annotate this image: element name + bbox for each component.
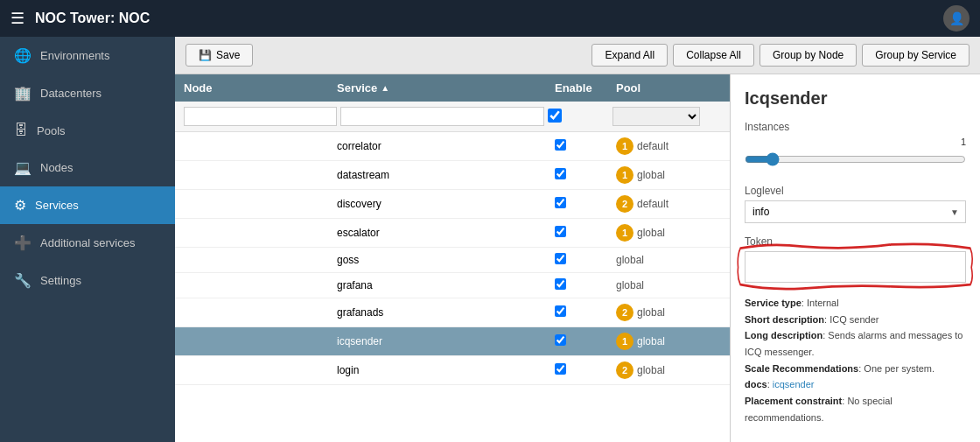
menu-icon[interactable]: ☰ (10, 9, 24, 28)
sort-icon: ▲ (381, 83, 389, 93)
settings-icon: 🔧 (14, 272, 32, 289)
loglevel-select[interactable]: debug info warning error critical (745, 200, 966, 223)
row-pool: global (637, 335, 665, 347)
col-enable: Enable (555, 81, 616, 95)
row-enable-checkbox[interactable] (555, 253, 566, 264)
row-pool: default (637, 198, 668, 210)
table-row[interactable]: datastream 1global (175, 161, 730, 190)
loglevel-group: Loglevel debug info warning error critic… (745, 185, 966, 223)
row-pool: global (637, 364, 665, 376)
services-icon: ⚙ (14, 197, 26, 214)
sidebar-label-settings: Settings (40, 274, 81, 287)
row-service: discovery (337, 198, 555, 210)
table-row[interactable]: grafana global (175, 273, 730, 298)
scale-label: Scale Recommendations (745, 363, 858, 374)
docs-link[interactable]: icqsender (773, 379, 815, 389)
row-enable-checkbox[interactable] (555, 278, 566, 290)
row-enable-checkbox[interactable] (555, 363, 566, 375)
loglevel-label: Loglevel (745, 185, 966, 197)
row-enable-checkbox[interactable] (555, 139, 566, 151)
save-button[interactable]: 💾 Save (186, 44, 253, 67)
toolbar: 💾 Save Expand All Collapse All Group by … (175, 37, 980, 74)
sidebar-label-environments: Environments (40, 49, 109, 62)
expand-all-button[interactable]: Expand All (592, 44, 668, 67)
badge: 2 (616, 361, 634, 379)
token-input[interactable] (745, 251, 966, 283)
sidebar-item-datacenters[interactable]: 🏢 Datacenters (0, 74, 175, 112)
row-pool: global (637, 227, 665, 239)
pools-icon: 🗄 (14, 123, 28, 138)
nodes-icon: 💻 (14, 159, 32, 176)
table-row-icqsender[interactable]: icqsender 1global (175, 327, 730, 356)
sidebar: 🌐 Environments 🏢 Datacenters 🗄 Pools 💻 N… (0, 37, 175, 442)
sidebar-item-pools[interactable]: 🗄 Pools (0, 112, 175, 149)
save-icon: 💾 (199, 49, 212, 61)
row-enable-checkbox[interactable] (555, 197, 566, 208)
collapse-all-button[interactable]: Collapse All (673, 44, 754, 67)
row-enable-checkbox[interactable] (555, 334, 566, 346)
row-pool: global (637, 306, 665, 319)
short-desc-value: ICQ sender (830, 314, 878, 325)
service-filter-input[interactable] (340, 107, 544, 126)
save-label: Save (216, 49, 240, 61)
top-nav: ☰ NOC Tower: NOC 👤 (0, 0, 980, 37)
sidebar-item-environments[interactable]: 🌐 Environments (0, 37, 175, 74)
row-service: escalator (337, 227, 555, 239)
row-service: grafanads (337, 306, 555, 319)
token-label: Token (745, 235, 966, 248)
table-row[interactable]: goss global (175, 248, 730, 273)
badge: 1 (616, 137, 634, 155)
badge: 2 (616, 304, 634, 321)
sidebar-item-settings[interactable]: 🔧 Settings (0, 262, 175, 299)
main-content: 💾 Save Expand All Collapse All Group by … (175, 37, 980, 442)
row-pool: global (616, 279, 644, 291)
environments-icon: 🌐 (14, 47, 32, 64)
service-info: Service type: Internal Short description… (745, 295, 966, 426)
row-enable-checkbox[interactable] (555, 168, 566, 179)
col-node: Node (184, 81, 337, 95)
row-pool: global (637, 169, 665, 181)
row-service: datastream (337, 169, 555, 181)
instances-group: Instances 1 (745, 121, 966, 172)
app-title: NOC Tower: NOC (35, 11, 150, 26)
instances-slider[interactable] (745, 152, 966, 166)
badge: 1 (616, 224, 634, 242)
sidebar-label-additional-services: Additional services (40, 236, 135, 249)
sidebar-item-services[interactable]: ⚙ Services (0, 186, 175, 224)
main-layout: 🌐 Environments 🏢 Datacenters 🗄 Pools 💻 N… (0, 37, 980, 442)
table-row[interactable]: grafanads 2global (175, 298, 730, 327)
enable-filter-checkbox[interactable] (548, 109, 562, 123)
short-desc-label: Short description (745, 314, 824, 325)
row-pool: global (616, 254, 644, 266)
sidebar-label-services: Services (35, 199, 79, 212)
table-row[interactable]: correlator 1default (175, 132, 730, 161)
row-service: login (337, 364, 555, 376)
table-row[interactable]: escalator 1global (175, 219, 730, 248)
scale-value: One per system. (864, 363, 934, 374)
table-row[interactable]: login 2global (175, 356, 730, 385)
sidebar-item-additional-services[interactable]: ➕ Additional services (0, 224, 175, 262)
badge: 2 (616, 195, 634, 213)
node-filter-input[interactable] (184, 107, 337, 126)
row-service: grafana (337, 279, 555, 291)
row-service: goss (337, 254, 555, 266)
row-enable-checkbox[interactable] (555, 305, 566, 317)
user-avatar[interactable]: 👤 (943, 5, 970, 32)
group-by-service-button[interactable]: Group by Service (862, 44, 970, 67)
table-container: Node Service ▲ Enable Pool (175, 74, 731, 442)
detail-panel: Icqsender Instances 1 Loglevel debug (731, 74, 980, 442)
row-pool: default (637, 140, 668, 152)
table-panel: Node Service ▲ Enable Pool (175, 74, 980, 442)
long-desc-label: Long description (745, 330, 822, 340)
table-row[interactable]: discovery 2default (175, 190, 730, 219)
table-header: Node Service ▲ Enable Pool (175, 74, 730, 102)
pool-filter-select[interactable] (612, 107, 700, 126)
sidebar-label-pools: Pools (37, 124, 66, 137)
group-by-node-button[interactable]: Group by Node (760, 44, 857, 67)
additional-services-icon: ➕ (14, 235, 32, 251)
instances-label: Instances (745, 121, 966, 133)
service-type-value: Internal (807, 298, 839, 308)
token-group: Token (745, 235, 966, 283)
row-enable-checkbox[interactable] (555, 226, 566, 237)
sidebar-item-nodes[interactable]: 💻 Nodes (0, 149, 175, 186)
